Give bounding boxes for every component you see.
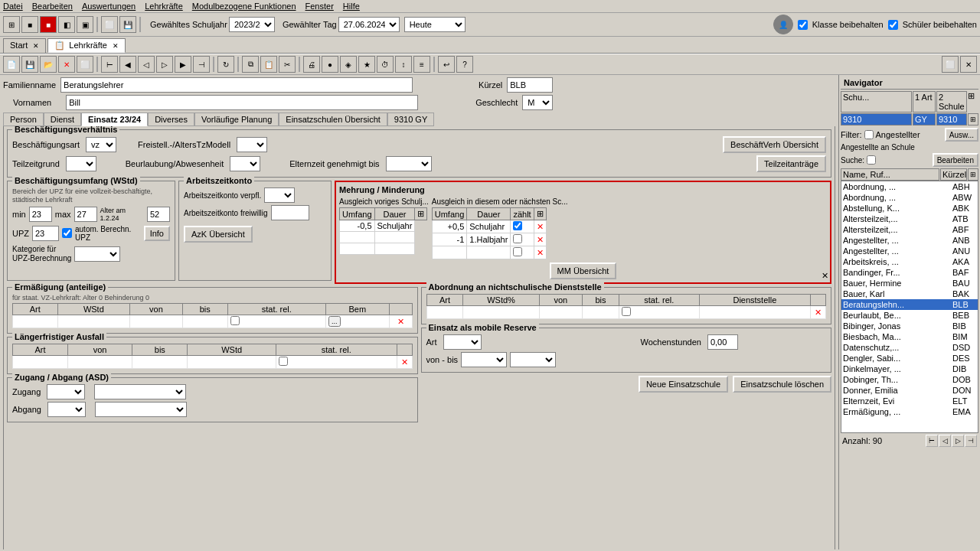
nav-item-5[interactable]: Angestellter, ... ANB (841, 235, 978, 246)
max-input[interactable] (74, 207, 97, 222)
tb2-fwd[interactable]: ▷ (156, 56, 173, 73)
nav-last-btn[interactable]: ⊣ (965, 435, 977, 447)
geschlecht-select[interactable]: M (522, 95, 553, 110)
bearbeiten-btn[interactable]: Bearbeiten (933, 153, 978, 167)
nav-item-14[interactable]: Biesbach, Ma... BIM (841, 331, 978, 342)
nav-item-7[interactable]: Arbeitskreis, ... AKA (841, 256, 978, 267)
teilzeitgrund-select[interactable] (66, 156, 96, 171)
menu-auswertungen[interactable]: Auswertungen (82, 2, 136, 11)
nav-item-4[interactable]: Altersteilzeit,... ABF (841, 224, 978, 235)
zaehlt-check-empty[interactable] (513, 247, 522, 256)
schueler-beibehalten-check[interactable] (888, 20, 898, 30)
tb2-icon7[interactable]: ★ (358, 56, 375, 73)
subtab-9310gy[interactable]: 9310 GY (387, 112, 434, 126)
toolbar-icon6[interactable]: ⬜ (101, 16, 118, 33)
tab-lehrkraefte-close[interactable]: ✕ (113, 42, 119, 50)
teilzeit-btn[interactable]: Teilzeitanträge (756, 155, 826, 172)
tb2-icon8[interactable]: ⏱ (377, 56, 394, 73)
nav-item-9[interactable]: Bauer, Hermine BAU (841, 278, 978, 289)
menu-lehrkraefte[interactable]: Lehrkräfte (145, 2, 183, 11)
tb2-prev[interactable]: ◀ (119, 56, 136, 73)
suche-check[interactable] (867, 155, 876, 165)
tb2-help[interactable]: ? (456, 56, 473, 73)
tb2-circle[interactable]: ● (322, 56, 338, 73)
abgang-select[interactable] (47, 402, 86, 417)
nav-item-8[interactable]: Bandinger, Fr... BAF (841, 267, 978, 278)
nav-prev-btn[interactable]: ◁ (939, 435, 951, 447)
azk-btn[interactable]: AzK Übersicht (184, 226, 253, 243)
tb2-icon10[interactable]: ≡ (413, 56, 430, 73)
familienname-input[interactable] (60, 77, 413, 93)
nav-item-17[interactable]: Dinkelmayer, ... DIB (841, 364, 978, 374)
kuerzel-input[interactable] (507, 77, 553, 93)
angestellter-check[interactable] (864, 130, 874, 139)
nav-expand-btn[interactable]: ⊞ (968, 91, 978, 112)
mobile-bis-select[interactable] (510, 352, 556, 367)
tb2-paste[interactable]: 📋 (260, 56, 277, 73)
tab-start[interactable]: Start ✕ (3, 38, 46, 53)
tb2-icon9[interactable]: ↕ (395, 56, 412, 73)
abord-del-0[interactable]: ✕ (811, 306, 826, 319)
nav-item-1[interactable]: Abordnung, ... ABW (841, 192, 978, 203)
klasse-beibehalten-check[interactable] (798, 20, 808, 30)
tb2-print[interactable]: 🖨 (303, 56, 320, 73)
col-expand-l[interactable]: ⊞ (415, 208, 427, 220)
toolbar-monitor-icon[interactable]: ■ (21, 16, 38, 33)
menu-bearbeiten[interactable]: Bearbeiten (32, 2, 73, 11)
mobile-von-select[interactable] (461, 352, 507, 367)
subtab-einsatz[interactable]: Einsatz 23/24 (81, 112, 148, 126)
alter-input[interactable] (147, 207, 170, 222)
tb2-icon11[interactable]: ⬜ (942, 56, 959, 73)
ausfall-del-0[interactable]: ✕ (397, 356, 412, 369)
mehrung-close[interactable]: ✕ (822, 271, 828, 281)
nav-item-0[interactable]: Abordnung, ... ABH (841, 181, 978, 192)
tb2-icon5[interactable]: ⬜ (77, 56, 93, 73)
zugang-reason-select[interactable] (94, 384, 186, 399)
nav-item-18[interactable]: Dobinger, Th... DOB (841, 374, 978, 385)
menu-modul[interactable]: Modulbezogene Funktionen (192, 2, 296, 11)
tb2-first[interactable]: ⊢ (101, 56, 118, 73)
nav-item-11[interactable]: Beratungslehn... BLB (841, 299, 978, 310)
del-r-empty[interactable]: ✕ (534, 246, 546, 259)
nav-item-13[interactable]: Bibinger, Jonas BIB (841, 321, 978, 331)
nav-first-btn[interactable]: ⊢ (926, 435, 938, 447)
nav-sel-expand[interactable]: ⊞ (968, 113, 978, 126)
zugang-select[interactable] (47, 384, 85, 399)
ausw-btn[interactable]: Ausw... (945, 128, 978, 142)
nav-list-expand[interactable]: ⊞ (968, 168, 978, 181)
subtab-person[interactable]: Person (3, 112, 44, 126)
tb2-next[interactable]: ▶ (175, 56, 191, 73)
nav-item-2[interactable]: Abstellung, K... ABK (841, 203, 978, 214)
abord-check-0[interactable] (622, 307, 631, 316)
subtab-planung[interactable]: Vorläufige Planung (194, 112, 279, 126)
menu-datei[interactable]: Datei (3, 2, 23, 11)
nav-item-6[interactable]: Angestellter, ... ANU (841, 246, 978, 256)
toolbar-icon4[interactable]: ◧ (58, 16, 75, 33)
ausfall-check-0[interactable] (279, 357, 288, 366)
subtab-diverses[interactable]: Diverses (148, 112, 194, 126)
mm-btn[interactable]: MM Übersicht (550, 262, 617, 279)
vornamen-input[interactable] (66, 95, 418, 110)
tb2-refresh[interactable]: ↻ (217, 56, 234, 73)
tb2-undo[interactable]: ↩ (438, 56, 455, 73)
zaehlt-check-1[interactable] (513, 234, 522, 243)
beschaeftverh-btn[interactable]: BeschäftVerh Übersicht (723, 136, 826, 153)
elternzeit-select[interactable] (386, 156, 432, 171)
tb2-last[interactable]: ⊣ (193, 56, 210, 73)
tb2-icon6[interactable]: ◈ (340, 56, 357, 73)
min-input[interactable] (29, 207, 52, 222)
tb2-new[interactable]: 📄 (3, 56, 20, 73)
menu-hilfe[interactable]: Hilfe (343, 2, 360, 11)
tab-start-close[interactable]: ✕ (33, 42, 39, 50)
del-einsatzschule-btn[interactable]: Einsatzschule löschen (733, 376, 831, 393)
art-select[interactable]: vz (86, 137, 116, 152)
nav-item-21[interactable]: Ermäßigung, ... EMA (841, 406, 978, 417)
tab-lehrkraefte[interactable]: 📋 Lehrkräfte ✕ (47, 38, 126, 53)
nav-next-btn[interactable]: ▷ (952, 435, 964, 447)
heute-select[interactable]: Heute (404, 17, 466, 32)
schuljahr-select[interactable]: 2023/24 (229, 17, 275, 32)
col-expand-r[interactable]: ⊞ (534, 208, 546, 220)
del-r-0[interactable]: ✕ (534, 220, 546, 233)
tb2-cut[interactable]: ✂ (279, 56, 296, 73)
tb2-back[interactable]: ◁ (138, 56, 155, 73)
